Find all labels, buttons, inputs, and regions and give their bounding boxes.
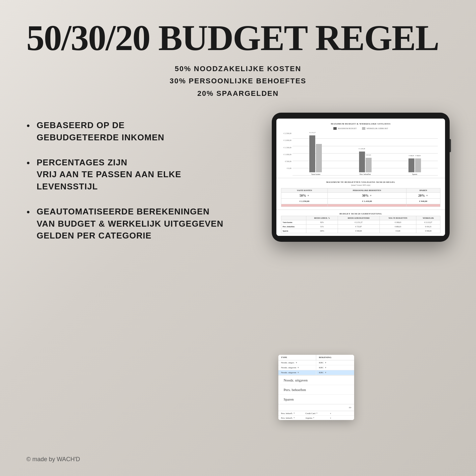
legend-box-dark	[333, 127, 337, 130]
arrow-30: ▼	[370, 194, 372, 197]
bar-pair-2: € 1.410,00 € 815,81	[359, 135, 372, 172]
bottom-row-2-col1: Pers. behoeft. ▼	[280, 416, 304, 419]
sum-th-3: NOG TE BUDGETTEN	[379, 216, 416, 220]
td-pct-50: 50% ▼	[281, 193, 328, 199]
bar-1-light-fill	[316, 144, 322, 172]
y-axis: € 2.500,00 € 2.000,00 € 1.500,00 € 1.000…	[284, 132, 291, 175]
y-label-2: € 2.000,00	[284, 139, 291, 141]
bottom-r2-c1-val: Pers. behoeft.	[281, 417, 293, 419]
dropdown-row-3-rekening: KBC ▼	[316, 370, 354, 375]
budget-rule-title: MAXIMUM TE BUDGETTEN VOLEGENS 50/30/20 R…	[281, 181, 440, 183]
left-column: • GEBASEERD OP DEGEBUDGETEERDE INKOMEN •…	[26, 113, 245, 456]
arrow-2: ▼	[297, 367, 299, 369]
tablet-device: MAXIMUM BUDGET & WERKELIJKE UITGAVES MAX…	[272, 113, 450, 242]
sum-row-3-gebudg: € 940,00	[338, 229, 379, 233]
bullet-dot-3: •	[26, 207, 30, 217]
bar-3-light-label: € 940,00	[415, 155, 421, 156]
bullet-item-3: • GEAUTOMATISEERDE BEREKENINGENVAN BUDGE…	[26, 206, 245, 241]
content-row: • GEBASEERD OP DEGEBUDGETEERDE INKOMEN •…	[26, 113, 450, 456]
arrow-3: ▼	[297, 372, 299, 374]
highlight-1	[281, 204, 328, 207]
pct-20: 20% ▼	[408, 194, 438, 197]
dropdown-row-1-rek-val: KBC	[319, 361, 323, 364]
sum-row-2-nog: € 686,03	[379, 225, 416, 229]
highlight-3	[406, 204, 440, 207]
bar-3-dark-label: € 940,00	[409, 155, 414, 156]
sum-th-2: REEDS GEBUDGETEERD	[338, 216, 379, 220]
dropdown-option-sparen[interactable]: Sparen	[278, 395, 354, 404]
subtitle-line-3: 20% SPAARGELDEN	[26, 87, 450, 99]
bar-groups: € 2.113,27 Vaste kosten	[293, 138, 438, 175]
footer: © made by WACH'D	[26, 456, 80, 463]
legend-max-label: MAXIMUM BUDGET	[338, 127, 357, 129]
right-column: MAXIMUM BUDGET & WERKELIJKE UITGAVES MAX…	[259, 113, 450, 456]
subtitle-line-1: 50% NOODZAKELIJKE KOSTEN	[26, 63, 450, 75]
arrow-rek-2: ▼	[324, 367, 326, 369]
bottom-arrow-4: ▼	[294, 417, 295, 419]
sum-row-1-werk: € 2.113,27	[416, 220, 440, 225]
dropdown-options-list: Noodz. uitgaven Pers. behoeften Sparen ✏	[278, 376, 354, 411]
sum-row-1-label: Vaste kosten	[281, 220, 306, 225]
y-label-4: € 1.000,00	[284, 154, 291, 155]
bar-1-dark-fill	[309, 135, 315, 172]
bullet-item-2: • PERCENTAGES ZIJNVRIJ AAN TE PASSEN AAN…	[26, 156, 245, 192]
dropdown-popup: TYPE REKENING Noodz. uitgav. ▼ KBC ▼	[278, 355, 354, 420]
legend-werkelijk: WERKELIJK GEBRUIKT	[362, 127, 388, 130]
sum-th-0	[281, 216, 306, 220]
sum-row-3-nog: € 0,00	[379, 229, 416, 233]
bar-3-dark-fill	[408, 158, 414, 172]
sum-row-2: Pers. behoeften 51% € 723,97 € 686,03 € …	[281, 225, 440, 229]
dropdown-option-noodz[interactable]: Noodz. uitgaven	[278, 376, 354, 385]
th-pers-behoeften: PERSOONLIJKE BEHOEFTEN	[328, 188, 406, 193]
arrow-20: ▼	[426, 194, 428, 197]
bottom-row-2-col2: Argenta ▼	[304, 416, 328, 419]
subtitle-block: 50% NOODZAKELIJKE KOSTEN 30% PERSOONLIJK…	[26, 63, 450, 99]
pct-50-val: 50%	[299, 194, 306, 197]
y-label-6: € 0,00	[284, 167, 291, 169]
dropdown-row-2-type-val: Noodz. uitgaven	[281, 366, 296, 369]
bar-group-2-label: Pers. behoeften	[360, 173, 371, 175]
sum-row-1-pct: 92%	[306, 220, 338, 225]
dropdown-row-2-rekening: KBC ▼	[316, 365, 354, 370]
bar-3-dark: € 940,00	[408, 158, 414, 172]
bar-group-1-label: Vaste kosten	[311, 173, 321, 175]
tablet-screen: MAXIMUM BUDGET & WERKELIJKE UITGAVES MAX…	[276, 119, 445, 236]
bar-group-2: € 1.410,00 € 815,81	[342, 135, 388, 175]
dropdown-option-pers[interactable]: Pers. behoeften	[278, 385, 354, 395]
sum-row-1-nog: € 198,63	[379, 220, 416, 225]
sum-row-1: Vaste kosten 92% € 2.151,37 € 198,63 € 2…	[281, 220, 440, 225]
arrow-rek-1: ▼	[324, 362, 326, 364]
sum-row-1-gebudg: € 2.151,37	[338, 220, 379, 225]
bar-group-1: € 2.113,27 Vaste kosten	[293, 135, 339, 175]
bar-group-3-label: Sparen	[412, 173, 417, 175]
dropdown-bottom-rows: Pers. behoeft. ▼ Credit Card ▼ ▼	[278, 411, 354, 420]
pct-50: 50% ▼	[283, 194, 325, 197]
dropdown-row-2-type: Noodz. uitgaven ▼	[278, 365, 316, 370]
y-label-1: € 2.500,00	[284, 132, 291, 134]
dropdown-col-rekening: REKENING	[316, 355, 354, 360]
bullet-text-2: PERCENTAGES ZIJNVRIJ AAN TE PASSEN AAN E…	[37, 156, 181, 192]
td-pct-30: 30% ▼	[328, 193, 406, 199]
bottom-r1-c2-val: Credit Card	[305, 412, 316, 414]
dropdown-header-area: TYPE REKENING Noodz. uitgav. ▼ KBC ▼	[278, 355, 354, 376]
edit-icon-row: ✏	[278, 404, 354, 411]
dropdown-row-3-selected: Noodz. uitgaven ▼ KBC ▼	[278, 370, 354, 375]
sum-row-3-werk: € 940,00	[416, 229, 440, 233]
bar-1-light	[316, 144, 322, 172]
summary-title: BUDGET 50/30/20 SAMENVATTING	[281, 212, 440, 215]
bottom-row-1-col2: Credit Card ▼	[304, 412, 328, 415]
pct-30-val: 30%	[362, 194, 369, 197]
pct-30: 30% ▼	[330, 194, 404, 197]
sum-row-2-gebudg: € 723,97	[338, 225, 379, 229]
main-container: 50/30/20 BUDGET REGEL 50% NOODZAKELIJKE …	[0, 0, 476, 476]
legend-max-budget: MAXIMUM BUDGET	[333, 127, 357, 130]
bottom-arrow-5: ▼	[313, 417, 315, 419]
th-vaste-kosten: VASTE KOSTEN	[281, 188, 328, 193]
bar-1-dark: € 2.113,27	[309, 135, 315, 172]
arrow-50: ▼	[307, 194, 309, 197]
bar-2-light-fill	[366, 158, 372, 172]
sum-row-2-pct: 51%	[306, 225, 338, 229]
bar-2-dark: € 1.410,00	[359, 152, 365, 172]
bullet-text-3: GEAUTOMATISEERDE BEREKENINGENVAN BUDGET …	[37, 206, 223, 241]
bottom-arrow-6: ▼	[330, 417, 331, 419]
